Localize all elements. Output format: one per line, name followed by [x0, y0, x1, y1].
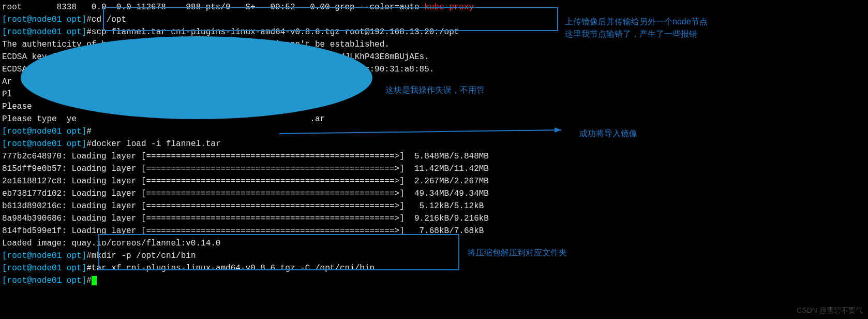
annotation-upload: 上传镜像后并传输给另外一个node节点 这里我节点输错了，产生了一些报错: [565, 16, 708, 40]
cmd-mkdir: mkdir -p /opt/cni/bin: [92, 251, 196, 260]
watermark: CSDN @雪碧不要气: [797, 305, 863, 316]
cmd-scp: scp flannel.tar cni-plugins-linux-amd64-…: [92, 27, 459, 37]
loading-layer-line: 2e16188127c8: Loading layer [===========…: [2, 175, 866, 187]
loading-layer-line: 8a984b390686: Loading layer [===========…: [2, 212, 866, 225]
loading-layer-line: eb738177d102: Loading layer [===========…: [2, 187, 866, 200]
grep-match: kube-proxy: [424, 3, 474, 12]
prompt-line: [root@node01 opt]#: [2, 274, 866, 287]
cmd-cd: cd /opt: [92, 15, 126, 24]
prompt-line: [root@node01 opt]#scp flannel.tar cni-pl…: [2, 26, 866, 38]
process-line: root 8338 0.0 0.0 112678 988 pts/0 S+ 09…: [2, 1, 866, 13]
loading-layer-line: 814fbd599e1f: Loading layer [===========…: [2, 225, 866, 237]
cmd-docker-load: docker load -i flannel.tar: [92, 139, 221, 149]
prompt-line: [root@node01 opt]#: [2, 125, 866, 138]
loading-layer-line: 815dff9e0b57: Loading layer [===========…: [2, 163, 866, 175]
annotation-success: 成功将导入镜像: [579, 127, 637, 140]
loading-layer-line: 777b2c648970: Loading layer [===========…: [2, 150, 866, 163]
redaction-ellipse: [21, 36, 372, 119]
prompt-line: [root@node01 opt]#tar xf cni-plugins-lin…: [2, 262, 866, 274]
prompt-line: [root@node01 opt]#mkdir -p /opt/cni/bin: [2, 250, 866, 262]
prompt-line: [root@node01 opt]#docker load -i flannel…: [2, 138, 866, 150]
loaded-image-line: Loaded image: quay.io/coreos/flannel:v0.…: [2, 237, 866, 250]
prompt-line: [root@node01 opt]#cd /opt: [2, 13, 866, 26]
annotation-mistake: 这块是我操作失误，不用管: [385, 84, 485, 96]
loading-layer-line: b613d890216c: Loading layer [===========…: [2, 200, 866, 212]
cursor-icon: [92, 276, 97, 285]
annotation-extract: 将压缩包解压到对应文件夹: [468, 247, 567, 259]
cmd-tar: tar xf cni-plugins-linux-amd64-v0.8.6.tg…: [92, 264, 375, 273]
